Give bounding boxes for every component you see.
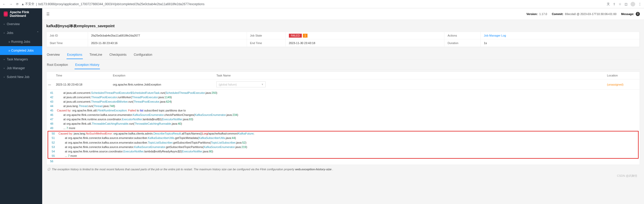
sidebar-sub-completed-jobs[interactable]: ▹ Completed Jobs bbox=[0, 46, 42, 55]
star-icon[interactable]: ☆ bbox=[619, 2, 621, 6]
code-line: 42 at java.util.concurrent.ThreadPoolExe… bbox=[47, 95, 640, 100]
play-icon: ▹ bbox=[9, 40, 10, 44]
collapse-sidebar-icon[interactable]: ☰ bbox=[46, 12, 50, 16]
code-line: 55 ... 7 more bbox=[48, 154, 638, 158]
col-exception: Exception bbox=[113, 74, 216, 77]
version-value: 1.17.0 bbox=[539, 12, 547, 16]
sidebar: Apache Flink Dashboard ▫Overview▫Jobs˄▹ … bbox=[0, 8, 42, 204]
browser-chrome: ← → ⟳ ▲ 不安全 | bd173:8088/proxy/applicati… bbox=[0, 0, 644, 8]
code-line: 51 at org.apache.flink.connector.kafka.s… bbox=[48, 136, 638, 140]
exception-subtabs: Root ExceptionException History bbox=[46, 61, 640, 69]
code-line: 47 at org.apache.flink.runtime.source.co… bbox=[47, 117, 640, 122]
code-line: 41 at java.util.concurrent.ScheduledThre… bbox=[47, 91, 640, 95]
stacktrace: 41 at java.util.concurrent.ScheduledThre… bbox=[47, 90, 640, 165]
commit-value: 69ecda0 @ 2023-03-17T10:30:06+01:00 bbox=[565, 12, 616, 16]
task-select[interactable]: (global failure)▾ bbox=[216, 81, 266, 87]
insecure-warning: ▲ 不安全 bbox=[21, 2, 34, 6]
job-manager-log-link[interactable]: Job Manager Log bbox=[484, 34, 506, 37]
exception-row[interactable]: — 2023-11-30 23:43:18 org.apache.flink.r… bbox=[47, 79, 640, 90]
upload-icon: ▫ bbox=[4, 75, 5, 79]
url-text: bd173:8088/proxy/application_17007276663… bbox=[38, 2, 204, 6]
profile-avatar[interactable] bbox=[631, 2, 635, 6]
bars-icon: ▫ bbox=[4, 31, 5, 35]
tab-timeline[interactable]: TimeLine bbox=[89, 51, 103, 59]
sidebar-item-overview[interactable]: ▫Overview bbox=[0, 20, 42, 29]
tab-exception-history[interactable]: Exception History bbox=[75, 61, 100, 69]
exception-table: Time Exception Task Name Location — 2023… bbox=[46, 72, 640, 165]
cluster-icon: ▫ bbox=[4, 58, 5, 61]
code-line: 52 at org.apache.flink.connector.kafka.s… bbox=[48, 140, 638, 145]
url-bar[interactable]: ▲ 不安全 | bd173:8088/proxy/application_170… bbox=[21, 2, 604, 6]
row-exception: org.apache.flink.runtime.JobException bbox=[113, 83, 216, 86]
code-line: 43 at java.util.concurrent.ThreadPoolExe… bbox=[47, 100, 640, 104]
col-time: Time bbox=[56, 74, 113, 77]
message-label: Message: bbox=[621, 12, 634, 16]
extensions-icon[interactable]: ◫ bbox=[625, 2, 627, 6]
sidebar-sub-running-jobs[interactable]: ▹ Running Jobs bbox=[0, 37, 42, 46]
dashboard-icon: ▫ bbox=[4, 22, 5, 26]
tab-exceptions[interactable]: Exceptions bbox=[67, 51, 83, 59]
col-location: Location bbox=[607, 74, 638, 77]
forward-icon[interactable]: → bbox=[9, 2, 12, 6]
share-icon[interactable]: ⇪ bbox=[613, 2, 616, 6]
sidebar-item-task-managers[interactable]: ▫Task Managers bbox=[0, 55, 42, 64]
back-icon[interactable]: ← bbox=[3, 2, 6, 6]
commit-label: Commit: bbox=[552, 12, 564, 16]
sidebar-item-jobs[interactable]: ▫Jobs˄ bbox=[0, 29, 42, 37]
expand-icon[interactable]: — bbox=[48, 83, 56, 86]
tab-checkpoints[interactable]: Checkpoints bbox=[109, 51, 127, 59]
code-line: 45Caused by: org.apache.flink.util.Flink… bbox=[47, 108, 640, 113]
reload-icon[interactable]: ⟳ bbox=[16, 2, 19, 6]
translate-icon[interactable]: 文 bbox=[607, 2, 610, 6]
col-task: Task Name bbox=[216, 74, 607, 77]
code-line: 48 at org.apache.flink.util.ThrowableCat… bbox=[47, 122, 640, 126]
job-tabs: OverviewExceptionsTimeLineCheckpointsCon… bbox=[46, 51, 640, 59]
job-title: kafka到mysql单表employees_savepoint bbox=[46, 24, 640, 29]
check-icon: ▹ bbox=[9, 49, 10, 52]
code-line: 46 at org.apache.flink.connector.kafka.s… bbox=[47, 113, 640, 117]
tab-configuration[interactable]: Configuration bbox=[133, 51, 153, 59]
code-line: 54 at org.apache.flink.runtime.source.co… bbox=[48, 149, 638, 154]
chevron-down-icon: ▾ bbox=[262, 83, 263, 86]
code-line: 50Caused by: java.lang.NoSuchMethodError… bbox=[48, 131, 638, 136]
build-icon: ▫ bbox=[4, 66, 5, 70]
history-note: ⓘ The exception history is limited to th… bbox=[46, 165, 640, 174]
sidebar-item-submit-new-job[interactable]: ▫Submit New Job bbox=[0, 73, 42, 81]
menu-icon[interactable]: ⋮ bbox=[638, 2, 641, 6]
tab-overview[interactable]: Overview bbox=[46, 51, 60, 59]
tab-root-exception[interactable]: Root Exception bbox=[46, 61, 68, 69]
row-time: 2023-11-30 23:43:18 bbox=[56, 83, 113, 86]
code-line: 53 at org.apache.flink.connector.kafka.s… bbox=[48, 145, 638, 149]
topbar: ☰ Version: 1.17.0 Commit: 69ecda0 @ 2023… bbox=[42, 8, 644, 20]
footer-credit: CSDN @武舞悟 bbox=[46, 174, 640, 178]
flink-logo-icon bbox=[4, 11, 8, 17]
main: ☰ Version: 1.17.0 Commit: 69ecda0 @ 2023… bbox=[42, 8, 644, 204]
code-line: 44 at java.lang.Thread.run(Thread.java:7… bbox=[47, 104, 640, 108]
version-label: Version: bbox=[526, 12, 538, 16]
brand-label: Apache Flink Dashboard bbox=[10, 10, 39, 18]
chevron-up-icon: ˄ bbox=[37, 31, 39, 35]
code-line: 56 bbox=[47, 159, 640, 164]
sidebar-item-job-manager[interactable]: ▫Job Manager bbox=[0, 64, 42, 73]
brand: Apache Flink Dashboard bbox=[0, 8, 42, 20]
job-info-grid: Job ID2fa25e0cbab4e2ba11a6818fe2da2677Jo… bbox=[46, 32, 640, 47]
message-count-badge[interactable]: 0 bbox=[636, 12, 640, 16]
row-location: (unassigned) bbox=[607, 83, 638, 86]
code-line: 49 ... 7 more bbox=[47, 126, 640, 130]
info-icon: ⓘ bbox=[47, 167, 50, 171]
